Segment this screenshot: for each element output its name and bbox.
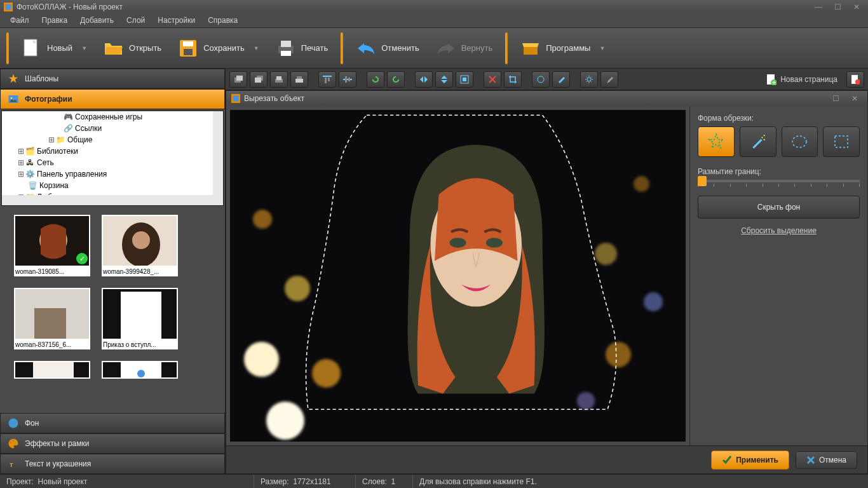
- dropdown-caret: ▼: [254, 45, 259, 51]
- save-icon: [178, 38, 198, 58]
- undo-button[interactable]: Отменить: [349, 34, 425, 62]
- help-hint: Для вызова справки нажмите F1.: [419, 477, 537, 486]
- toolbar-separator: [505, 32, 508, 64]
- reset-selection-link[interactable]: Сбросить выделение: [698, 226, 860, 235]
- app-icon: [4, 3, 13, 11]
- open-button[interactable]: Открыть: [97, 34, 168, 62]
- left-panel: Шаблоны Фотографии 🎮Сохраненные игры 🔗Сс…: [0, 69, 226, 474]
- print-button[interactable]: Печать: [269, 34, 335, 62]
- svg-point-58: [761, 137, 763, 138]
- tab-text[interactable]: T Текст и украшения: [0, 454, 225, 474]
- shape-wand-button[interactable]: [740, 126, 776, 157]
- photo-canvas[interactable]: [230, 110, 686, 442]
- rotate-right-icon[interactable]: [387, 71, 405, 88]
- tab-photos[interactable]: Фотографии: [0, 89, 225, 109]
- expander-icon[interactable]: ⊞: [17, 170, 25, 179]
- star-icon: [7, 72, 20, 85]
- shape-rect-button[interactable]: [823, 126, 860, 157]
- svg-point-16: [132, 231, 150, 249]
- expander-icon[interactable]: ⊞: [17, 147, 25, 156]
- flip-v-icon[interactable]: [435, 71, 453, 88]
- svg-rect-62: [835, 136, 848, 147]
- thumbnail[interactable]: woman-3999428_...: [102, 215, 178, 276]
- menu-add[interactable]: Добавить: [74, 14, 120, 27]
- shape-ellipse-button[interactable]: [782, 126, 818, 157]
- svg-rect-34: [255, 78, 261, 83]
- menu-help[interactable]: Справка: [201, 14, 244, 27]
- tool-a-icon[interactable]: [532, 71, 550, 88]
- new-button[interactable]: Новый ▼: [15, 34, 93, 62]
- canvas-area[interactable]: [226, 106, 689, 445]
- flip-h-icon[interactable]: [415, 71, 433, 88]
- selection-outline: [230, 110, 686, 416]
- menu-layer[interactable]: Слой: [120, 14, 151, 27]
- joystick-icon: 🎮: [63, 112, 73, 122]
- maximize-button[interactable]: ☐: [830, 3, 845, 11]
- slider-thumb[interactable]: [698, 176, 707, 186]
- programs-button[interactable]: Программы ▼: [514, 34, 611, 62]
- new-page-button[interactable]: Новая страница: [760, 71, 844, 88]
- check-icon: ✓: [76, 253, 88, 264]
- tab-background[interactable]: Фон: [0, 413, 225, 433]
- close-button[interactable]: ✕: [847, 94, 862, 103]
- palette-icon: [7, 437, 20, 450]
- svg-point-28: [13, 440, 14, 441]
- svg-point-27: [10, 442, 11, 443]
- close-button[interactable]: ✕: [849, 3, 864, 11]
- align-top-icon[interactable]: [318, 71, 336, 88]
- shape-freehand-button[interactable]: [698, 126, 735, 157]
- layer-back-icon[interactable]: [250, 71, 268, 88]
- thumbnail[interactable]: woman-837156_6...: [14, 288, 90, 349]
- menu-edit[interactable]: Правка: [36, 14, 74, 27]
- thumbnail[interactable]: Приказ о вступл...: [102, 288, 178, 349]
- folder-tree[interactable]: 🎮Сохраненные игры 🔗Ссылки ⊞📁Общие ⊞🗂️Биб…: [1, 111, 224, 206]
- cut-object-window: Вырезать объект ☐ ✕: [226, 90, 868, 474]
- crop-icon[interactable]: [504, 71, 522, 88]
- apply-button[interactable]: Применить: [711, 451, 789, 470]
- save-button[interactable]: Сохранить ▼: [172, 34, 266, 62]
- fit-icon[interactable]: [456, 71, 473, 88]
- main-toolbar: Новый ▼ Открыть Сохранить ▼ Печать Отмен…: [0, 28, 868, 69]
- page-delete-icon[interactable]: [846, 71, 864, 88]
- menu-settings[interactable]: Настройки: [151, 14, 201, 27]
- thumbnail-pane[interactable]: ✓ woman-319085... woman-3999428_... woma…: [0, 207, 225, 413]
- svg-text:T: T: [10, 462, 13, 468]
- tab-effects[interactable]: Эффекты и рамки: [0, 433, 225, 454]
- svg-point-26: [9, 419, 18, 428]
- tab-templates[interactable]: Шаблоны: [0, 69, 225, 89]
- blur-slider[interactable]: [698, 180, 860, 182]
- svg-rect-39: [323, 76, 332, 77]
- layer-front-icon[interactable]: [229, 71, 247, 88]
- rotate-left-icon[interactable]: [367, 71, 384, 88]
- delete-icon[interactable]: [484, 71, 501, 88]
- thumbnail[interactable]: [102, 361, 178, 379]
- svg-rect-42: [343, 79, 352, 80]
- horizontal-scrollbar[interactable]: [2, 195, 213, 205]
- svg-point-48: [587, 78, 591, 81]
- menu-file[interactable]: Файл: [4, 14, 36, 27]
- hide-background-button[interactable]: Скрыть фон: [698, 196, 860, 219]
- dropdown-caret: ▼: [81, 45, 87, 51]
- x-icon: [806, 456, 815, 464]
- minimize-button[interactable]: —: [811, 3, 826, 11]
- undo-icon: [356, 38, 376, 58]
- text-icon: T: [7, 458, 20, 470]
- app-icon: [231, 94, 240, 103]
- gear-icon[interactable]: [580, 71, 598, 88]
- svg-point-11: [11, 97, 13, 99]
- thumbnail[interactable]: [14, 361, 90, 379]
- align-center-icon[interactable]: [339, 71, 356, 88]
- vertical-scrollbar[interactable]: [213, 111, 223, 205]
- expander-icon[interactable]: ⊞: [17, 158, 25, 167]
- thumbnail[interactable]: ✓ woman-319085...: [14, 215, 90, 276]
- svg-point-47: [538, 76, 544, 83]
- cancel-button[interactable]: Отмена: [796, 451, 857, 469]
- eyedropper-icon[interactable]: [600, 71, 618, 88]
- maximize-button[interactable]: ☐: [828, 94, 843, 103]
- tool-b-icon[interactable]: [552, 71, 570, 88]
- layer-down-icon[interactable]: [290, 71, 308, 88]
- right-panel: Новая страница Вырезать объект ☐ ✕: [226, 69, 868, 474]
- redo-button[interactable]: Вернуть: [430, 34, 499, 62]
- expander-icon[interactable]: ⊞: [48, 135, 55, 144]
- layer-up-icon[interactable]: [270, 71, 288, 88]
